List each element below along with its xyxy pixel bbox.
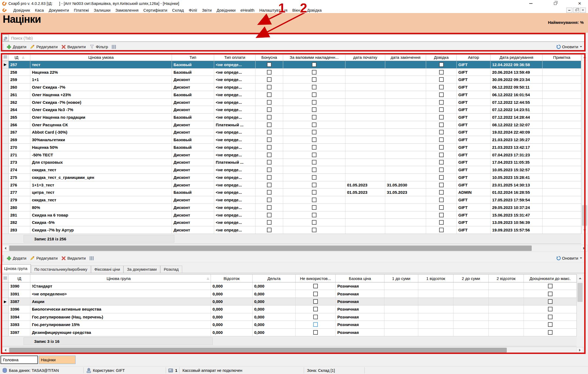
checkbox[interactable] (312, 213, 316, 217)
checkbox[interactable] (267, 100, 272, 105)
checkbox[interactable] (312, 77, 316, 82)
checkbox[interactable] (312, 122, 316, 127)
checkbox[interactable] (439, 153, 444, 157)
tab-Фіксовані ціни[interactable]: Фіксовані ціни (91, 266, 124, 273)
column-header-Відсоток[interactable]: Відсоток (211, 275, 253, 282)
checkbox[interactable] (267, 85, 272, 89)
checkbox[interactable] (267, 115, 272, 120)
scroll-right-button[interactable] (581, 245, 587, 252)
table-row[interactable]: 28080%Дисконт<не опреде...GIFT29.05.2023… (2, 204, 581, 211)
checkbox[interactable] (312, 228, 316, 232)
checkbox[interactable] (312, 100, 316, 105)
checkbox[interactable] (439, 190, 444, 195)
checkbox[interactable] (439, 205, 444, 210)
checkbox[interactable] (313, 322, 318, 327)
price-group-vscrollbar[interactable] (577, 274, 583, 336)
column-header-Дельта[interactable]: Дельта (253, 275, 296, 282)
table-row[interactable]: 3394Гос.регулирование (Нац. перечень)0,0… (2, 313, 577, 321)
menu-item-Вікна[interactable]: Вікна (290, 8, 305, 12)
column-header-2 до суми[interactable]: 2 до суми (453, 275, 489, 282)
menu-item-Каса[interactable]: Каса (32, 8, 46, 12)
checkbox[interactable] (312, 62, 316, 67)
column-header-дата закінчення[interactable]: дата закінчення (385, 54, 426, 61)
checkbox[interactable] (548, 299, 553, 304)
delete-button-2[interactable]: Видалити (60, 255, 89, 261)
column-header-Автор[interactable]: Автор (457, 54, 491, 61)
checkbox[interactable] (439, 100, 444, 105)
checkbox[interactable] (312, 153, 316, 157)
toolbar-grip[interactable] (2, 255, 4, 261)
column-header-ІД[interactable]: ІД△ (9, 54, 30, 61)
child-restore-button[interactable] (573, 8, 579, 13)
column-header-Цінова умова[interactable]: Цінова умова (30, 54, 172, 61)
vscroll-thumb[interactable] (577, 283, 583, 302)
checkbox[interactable] (548, 292, 553, 296)
checkbox[interactable] (312, 205, 316, 210)
checkbox[interactable] (312, 137, 316, 142)
menu-item-eHealth[interactable]: eHealth (238, 8, 257, 12)
menu-item-Звіти[interactable]: Звіти (200, 8, 214, 12)
checkbox[interactable] (312, 198, 316, 202)
checkbox[interactable] (439, 70, 444, 75)
filter-button[interactable]: Фільтр (89, 44, 111, 50)
table-row[interactable]: 282Скидка -5%Дисконт<не опреде...GIFT13.… (2, 219, 581, 226)
checkbox[interactable] (267, 130, 272, 134)
checkbox[interactable] (312, 167, 316, 172)
bottom-tab-home[interactable]: Головна (1, 356, 38, 364)
checkbox[interactable] (312, 183, 316, 187)
add-button-2[interactable]: Додати (6, 255, 29, 261)
table-row[interactable]: 264Олег Скидка №3 -7%Дисконт<не опреде..… (2, 106, 581, 114)
column-header-ІД[interactable]: ІД (9, 275, 30, 282)
checkbox[interactable] (267, 137, 272, 142)
table-row[interactable]: 281Скидка на 6 товарДисконт<не опреде...… (2, 211, 581, 219)
checkbox[interactable] (267, 198, 272, 202)
table-row[interactable]: 271-50% ТЕСТДисконт<не опреде...GIFT07.0… (2, 151, 581, 159)
checkbox[interactable] (439, 85, 444, 89)
column-header-Тип[interactable]: Тип (172, 54, 214, 61)
checkbox[interactable] (439, 137, 444, 142)
checkbox[interactable] (267, 145, 272, 150)
checkbox[interactable] (312, 130, 316, 134)
checkbox[interactable] (267, 213, 272, 217)
refresh-button-2[interactable]: Оновити (555, 255, 586, 261)
scroll-down-button[interactable] (582, 227, 588, 234)
checkbox[interactable] (267, 205, 272, 210)
table-row[interactable]: 283Скидка -7% by АртурДисконт<не опреде.… (2, 226, 581, 234)
checkbox[interactable] (548, 330, 553, 335)
menu-item-Довідка[interactable]: Довідка (305, 8, 324, 12)
column-header-За валовими накладенн...[interactable]: За валовими накладенн... (283, 54, 345, 61)
column-header-1 до суми[interactable]: 1 до суми (384, 275, 418, 282)
menu-item-Сертифікати[interactable]: Сертифікати (141, 8, 170, 12)
checkbox[interactable] (312, 70, 316, 75)
checkbox[interactable] (313, 307, 318, 311)
table-row[interactable]: 3391<не определено>0,0000,000Розничная (2, 290, 577, 298)
tab-Цінова група[interactable]: Цінова група (1, 264, 31, 273)
checkbox[interactable] (439, 107, 444, 112)
table-row[interactable]: 265Олег Наценка по градацииБазовый<не оп… (2, 114, 581, 121)
column-header-Бонусна[interactable]: Бонусна (256, 54, 283, 61)
table-row[interactable]: ▶257тестБазовый<не опреде...GIFT12.04.20… (2, 61, 581, 69)
scroll-right-button[interactable] (577, 347, 583, 353)
checkbox[interactable] (439, 122, 444, 127)
checkbox[interactable] (313, 315, 318, 319)
checkbox[interactable] (267, 122, 272, 127)
checkbox[interactable] (439, 220, 444, 225)
table-row[interactable]: 3390!Стандарт0,0000,000Розничная (2, 282, 577, 290)
checkbox[interactable] (439, 198, 444, 202)
minimize-button[interactable] (526, 1, 536, 7)
checkbox[interactable] (439, 213, 444, 217)
column-header-Дата редагування[interactable]: Дата редагування (491, 54, 543, 61)
table-row[interactable]: 274скидка_тестДисконт<не опреде...GIFT10… (2, 166, 581, 174)
table-row[interactable]: 260Олег Скидка -7%Дисконт<не опреде...GI… (2, 83, 581, 91)
checkbox[interactable] (439, 183, 444, 187)
scroll-left-button[interactable] (2, 347, 9, 353)
toolbar-grip[interactable] (2, 44, 4, 50)
markup-table-vscrollbar[interactable] (581, 53, 587, 234)
table-row[interactable]: 3396Биологически активные вещества0,0000… (2, 305, 577, 313)
checkbox[interactable] (439, 175, 444, 180)
child-minimize-button[interactable] (566, 8, 572, 13)
checkbox[interactable] (312, 92, 316, 97)
table-row[interactable]: 267Abbot Card (-30%)Дисконт<не опреде...… (2, 129, 581, 136)
columns-button-2[interactable] (89, 256, 96, 261)
column-header-1 відсоток[interactable]: 1 відсоток (418, 275, 453, 282)
